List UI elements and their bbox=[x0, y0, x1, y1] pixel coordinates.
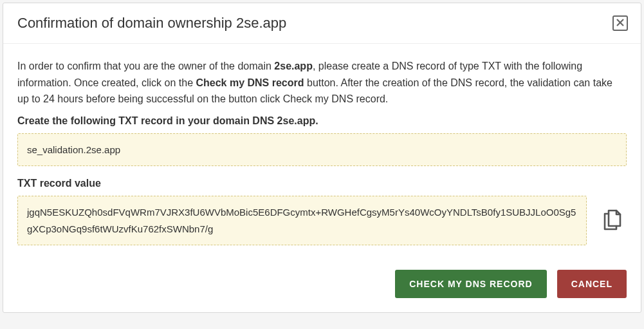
close-button[interactable] bbox=[612, 15, 628, 31]
cancel-button[interactable]: CANCEL bbox=[557, 270, 627, 298]
modal-body: In order to confirm that you are the own… bbox=[3, 44, 641, 258]
txt-record-name-box: se_validation.2se.app bbox=[17, 133, 627, 167]
modal-header: Confirmation of domain ownership 2se.app bbox=[3, 3, 641, 44]
check-dns-button[interactable]: CHECK MY DNS RECORD bbox=[395, 270, 546, 298]
txt-value-section: jgqN5ESKUZQh0sdFVqWRm7VJRX3fU6WVbMoBic5E… bbox=[17, 196, 627, 245]
modal-title: Confirmation of domain ownership 2se.app bbox=[17, 15, 286, 32]
copy-icon bbox=[602, 208, 623, 233]
copy-button[interactable] bbox=[598, 204, 627, 237]
check-button-name-bold: Check my DNS record bbox=[196, 77, 304, 88]
close-icon bbox=[616, 19, 624, 28]
txt-value-label: TXT record value bbox=[17, 178, 627, 189]
domain-name-bold: 2se.app bbox=[274, 61, 313, 71]
intro-part1: In order to confirm that you are the own… bbox=[17, 61, 274, 71]
intro-text: In order to confirm that you are the own… bbox=[17, 58, 627, 108]
modal-footer: CHECK MY DNS RECORD CANCEL bbox=[3, 258, 641, 312]
domain-ownership-modal: Confirmation of domain ownership 2se.app… bbox=[3, 3, 641, 313]
txt-record-instruction: Create the following TXT record in your … bbox=[17, 115, 627, 127]
txt-record-value-box: jgqN5ESKUZQh0sdFVqWRm7VJRX3fU6WVbMoBic5E… bbox=[17, 196, 587, 245]
